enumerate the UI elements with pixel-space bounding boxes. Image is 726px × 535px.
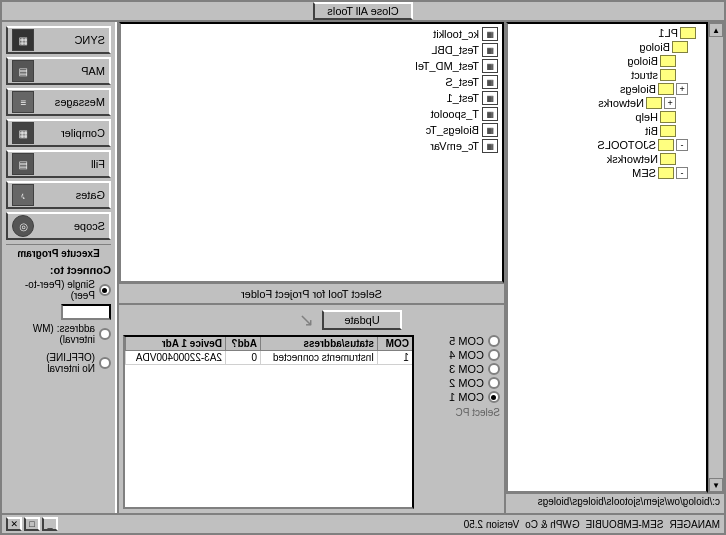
company: GWPh & Co [525,519,579,530]
scroll-up-arrow[interactable]: ▲ [709,23,723,37]
scope-label: Scope [74,220,105,232]
path-bar: c:/biolog/ow/sjem/sjotools/biolegs/biole… [506,493,724,513]
file-list-view[interactable]: ▦ kc_toolkit ▦ Test_DBL ▦ Test_MD_Tel ▦ … [119,22,504,283]
com1-radio[interactable] [488,391,500,403]
tree-item[interactable]: - SJOTOOLS [510,138,704,152]
file-name: Test_1 [447,92,479,104]
tree-item-label: PL1 [658,27,678,39]
com-port-item[interactable]: COM 1 [420,391,500,403]
file-item[interactable]: ▦ Test_DBL [123,42,500,58]
address-radio-btn[interactable] [99,328,111,340]
close-all-tools-button[interactable]: Close All Tools [313,2,412,20]
update-button[interactable]: Update [322,310,402,330]
connect-label: Connect to: [6,264,111,276]
tree-item[interactable]: struct [510,68,704,82]
tree-item-label: Help [635,111,658,123]
interval-input[interactable] [61,304,111,320]
com3-radio[interactable] [488,363,500,375]
folder-icon [658,83,674,95]
file-item[interactable]: ▦ Test_S [123,74,500,90]
tree-expand-icon[interactable]: + [676,83,688,95]
folder-icon [660,153,676,165]
app-name: MANAGER [669,519,720,530]
table-row[interactable]: 1 Instruments connected 0 2A3-22000400VD… [125,351,412,365]
file-name: Test_MD_Tel [415,60,479,72]
tree-item-label: SJOTOOLS [598,139,656,151]
tree-item[interactable]: + Biolegs [510,82,704,96]
fill-icon: ▤ [12,153,34,175]
file-item[interactable]: ▦ Test_MD_Tel [123,58,500,74]
col-add: Add? [225,337,260,350]
single-radio[interactable] [99,284,111,296]
tree-item[interactable]: Help [510,110,704,124]
file-item[interactable]: ▦ Biolegs_Tc [123,122,500,138]
scroll-down-arrow[interactable]: ▼ [709,478,723,492]
minimize-button[interactable]: _ [42,517,58,531]
status-bar: MANAGER SEM-EMBOUBIE GWPh & Co Version 2… [2,513,724,533]
tree-item[interactable]: Bit [510,124,704,138]
address-radio[interactable]: address: (MW interval) [6,323,111,345]
com-port-item[interactable]: COM 2 [420,377,500,389]
map-icon: ▤ [12,60,34,82]
com-port-item[interactable]: COM 3 [420,363,500,375]
folder-icon [660,69,676,81]
file-item[interactable]: ▦ Test_1 [123,90,500,106]
offline-section: (OFFLINE)No interval [6,352,111,374]
folder-icon [660,55,676,67]
file-name: kc_toolkit [433,28,479,40]
right-toolbar: SYNC ▦ MAP ▤ Messages ≡ Compiler ▦ Fill [2,22,117,513]
folder-icon [680,27,696,39]
close-button[interactable]: ✕ [6,517,22,531]
tree-scrollbar[interactable]: ▲ ▼ [708,22,724,493]
file-icon: ▦ [482,43,498,57]
folder-browser-label: Select Tool for Project Folder [119,283,504,303]
gates-label: Gates [76,189,105,201]
com-port-label: COM 5 [449,335,484,347]
map-label: MAP [81,65,105,77]
folder-icon [658,139,674,151]
offline-radio[interactable]: (OFFLINE)No interval [6,352,111,374]
tree-item[interactable]: PL1 [510,26,704,40]
fill-label: Fill [91,158,105,170]
folder-icon [658,167,674,179]
com-port-label: COM 2 [449,377,484,389]
scope-button[interactable]: Scope ◎ [6,212,111,240]
tree-expand-icon[interactable]: + [664,97,676,109]
device-table-header: COM status/address Add? Device 1 Adr [125,337,412,351]
messages-button[interactable]: Messages ≡ [6,88,111,116]
tree-expand-icon[interactable]: - [676,139,688,151]
address-label: address: (MW interval) [6,323,95,345]
com5-radio[interactable] [488,335,500,347]
file-item[interactable]: ▦ kc_toolkit [123,26,500,42]
toolbar-buttons: SYNC ▦ MAP ▤ Messages ≡ Compiler ▦ Fill [6,26,111,245]
offline-radio-btn[interactable] [99,357,111,369]
execute-program-label: Execute Program [6,248,111,259]
window-controls: _ □ ✕ [6,517,58,531]
tree-item[interactable]: Networksk [510,152,704,166]
tree-expand-icon[interactable]: - [676,167,688,179]
maximize-button[interactable]: □ [24,517,40,531]
tree-view[interactable]: PL1 Biolog Biolog struct [506,22,708,493]
com-port-item[interactable]: COM 4 [420,349,500,361]
taskbar: Close All Tools [2,2,724,22]
gates-button[interactable]: Gates ♪ [6,181,111,209]
map-button[interactable]: MAP ▤ [6,57,111,85]
com2-radio[interactable] [488,377,500,389]
tree-item[interactable]: - SEM [510,166,704,180]
select-pc-label: Select PC [420,407,500,418]
com4-radio[interactable] [488,349,500,361]
folder-icon [660,111,676,123]
folder-browser-text: Select Tool for Project Folder [241,288,382,300]
tree-item-label: SEM [632,167,656,179]
file-item[interactable]: ▦ Tc_emVar [123,138,500,154]
tree-item[interactable]: Biolog [510,54,704,68]
single-connect-radio[interactable]: Single (Peer-to-Peer) [6,279,111,301]
compiler-button[interactable]: Compiler ▦ [6,119,111,147]
tree-item[interactable]: Biolog [510,40,704,54]
com-port-item[interactable]: COM 5 [420,335,500,347]
tree-item[interactable]: + Networks [510,96,704,110]
sync-button[interactable]: SYNC ▦ [6,26,111,54]
fill-button[interactable]: Fill ▤ [6,150,111,178]
tree-item-label: Networksk [607,153,658,165]
file-item[interactable]: ▦ T_spoolot [123,106,500,122]
